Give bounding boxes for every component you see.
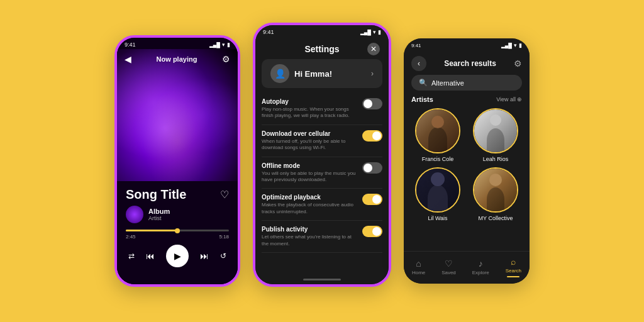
settings-list: Autoplay Play non-stop music. When your … [255, 93, 389, 274]
phone-search: 9:41 ▂▄█ ▾ ▮ ‹ Search results ⚙ 🔍 Altern… [404, 38, 530, 284]
artists-section: Artists View all ⊕ Fra [404, 96, 530, 251]
setting-cellular: Download over cellular When turned off, … [262, 125, 382, 157]
setting-name-autoplay: Autoplay [262, 98, 357, 105]
back-icon[interactable]: ◀ [125, 54, 131, 64]
artist-avatar-3 [415, 167, 460, 213]
search-bar[interactable]: 🔍 Alternative [411, 75, 522, 91]
nav-search[interactable]: ⌕ Search [506, 257, 521, 277]
signal-icon: ▂▄█ [209, 42, 220, 48]
play-icon: ▶ [174, 251, 181, 261]
status-bar-1: 9:41 ▂▄█ ▾ ▮ [117, 38, 238, 49]
song-title: Song Title [126, 187, 186, 202]
status-time-1: 9:41 [125, 42, 136, 48]
status-bar-3: 9:41 ▂▄█ ▾ ▮ [404, 38, 530, 50]
search-results-title: Search results [426, 59, 514, 68]
player-content: Song Title ♡ Album Artist [117, 181, 238, 284]
toggle-offline[interactable] [362, 162, 382, 174]
prev-button[interactable]: ⏮ [146, 251, 155, 261]
nav-saved[interactable]: ♡ Saved [441, 258, 456, 275]
artist-card-4[interactable]: MY Collective [469, 167, 522, 221]
time-total: 5:18 [219, 234, 229, 240]
search-results-header: ‹ Search results ⚙ [404, 50, 530, 75]
album-info-row: Album Artist [126, 206, 229, 223]
wifi-icon-2: ▾ [373, 29, 376, 35]
album-avatar [126, 206, 143, 223]
setting-name-offline: Offline mode [262, 162, 357, 169]
settings-title: Settings [277, 44, 367, 54]
signal-icon-2: ▂▄█ [360, 30, 371, 35]
back-button[interactable]: ‹ [411, 56, 426, 71]
toggle-autoplay[interactable] [362, 98, 382, 109]
now-playing-header: ◀ Now playing ⚙ [117, 49, 238, 69]
toggle-cellular[interactable] [362, 130, 382, 142]
nav-saved-label: Saved [441, 270, 456, 275]
setting-name-cellular: Download over cellular [262, 130, 357, 137]
profile-name: Hi Emma! [294, 69, 371, 79]
progress-section[interactable]: 2:45 5:18 [126, 230, 229, 240]
setting-activity: Publish activity Let others see what you… [262, 221, 382, 253]
home-icon: ⌂ [416, 258, 421, 269]
play-button[interactable]: ▶ [166, 245, 189, 267]
battery-icon-3: ▮ [519, 42, 522, 48]
setting-desc-offline: You will only be able to play the music … [262, 170, 357, 184]
nav-explore-label: Explore [472, 270, 489, 275]
view-all-icon: ⊕ [517, 96, 522, 103]
nav-home-label: Home [412, 270, 425, 275]
setting-name-activity: Publish activity [262, 226, 357, 233]
explore-icon: ♪ [479, 258, 483, 269]
view-all-button[interactable]: View all ⊕ [496, 96, 522, 103]
toggle-playback[interactable] [362, 194, 382, 205]
nav-explore[interactable]: ♪ Explore [472, 258, 489, 275]
home-indicator [255, 274, 389, 284]
nav-search-label: Search [506, 268, 521, 274]
close-icon: ✕ [370, 45, 377, 53]
battery-icon-2: ▮ [378, 29, 381, 35]
artist-avatar-4 [473, 167, 518, 213]
phones-container: 9:41 ▂▄█ ▾ ▮ ◀ Now playing ⚙ [0, 0, 644, 322]
repeat-button[interactable]: ↺ [220, 252, 226, 260]
phone-settings: 9:41 ▂▄█ ▾ ▮ Settings ✕ 👤 Hi Emma! › [253, 23, 391, 287]
wifi-icon-3: ▾ [514, 42, 517, 48]
active-indicator [507, 276, 519, 277]
setting-desc-autoplay: Play non-stop music. When your songs fin… [262, 106, 357, 119]
saved-icon: ♡ [445, 258, 453, 269]
search-query: Alternative [431, 79, 464, 87]
artist-card-2[interactable]: Leah Rios [469, 108, 522, 162]
artist-name-1: Francis Cole [422, 156, 454, 162]
gear-icon[interactable]: ⚙ [514, 58, 522, 69]
search-icon: 🔍 [419, 79, 428, 87]
setting-desc-cellular: When turned off, you'll only be able to … [262, 138, 357, 152]
wifi-icon: ▾ [222, 42, 225, 48]
artist-name-4: MY Collective [479, 215, 513, 221]
phone-now-playing: 9:41 ▂▄█ ▾ ▮ ◀ Now playing ⚙ [114, 35, 240, 287]
playback-controls: ⇄ ⏮ ▶ ⏭ ↺ [126, 245, 229, 267]
nav-home[interactable]: ⌂ Home [412, 258, 425, 275]
setting-desc-activity: Let others see what you're listening to … [262, 234, 357, 247]
toggle-activity[interactable] [362, 226, 382, 237]
settings-icon[interactable]: ⚙ [222, 54, 230, 64]
heart-icon[interactable]: ♡ [220, 189, 229, 201]
now-playing-label: Now playing [131, 55, 222, 63]
status-bar-2: 9:41 ▂▄█ ▾ ▮ [255, 25, 389, 36]
next-button[interactable]: ⏭ [200, 251, 209, 261]
shuffle-button[interactable]: ⇄ [128, 252, 135, 260]
artist-card-3[interactable]: Lil Wais [411, 167, 464, 221]
setting-name-playback: Optimized playback [262, 194, 357, 201]
chevron-icon: › [371, 69, 374, 78]
artist-name: Artist [148, 215, 170, 221]
bottom-navigation: ⌂ Home ♡ Saved ♪ Explore ⌕ Search [404, 251, 530, 284]
profile-avatar: 👤 [270, 64, 289, 83]
artist-card-1[interactable]: Francis Cole [411, 108, 464, 162]
album-name: Album [148, 208, 170, 215]
signal-icon-3: ▂▄█ [501, 43, 512, 48]
status-time-3: 9:41 [411, 43, 421, 48]
profile-row[interactable]: 👤 Hi Emma! › [262, 59, 382, 88]
back-icon: ‹ [418, 59, 420, 68]
album-art: ◀ Now playing ⚙ [117, 49, 238, 181]
setting-desc-playback: Makes the playback of consecutive audio … [262, 202, 357, 215]
close-button[interactable]: ✕ [367, 43, 380, 55]
setting-offline: Offline mode You will only be able to pl… [262, 157, 382, 189]
time-current: 2:45 [126, 234, 136, 240]
setting-autoplay: Autoplay Play non-stop music. When your … [262, 93, 382, 125]
song-title-row: Song Title ♡ [126, 187, 229, 202]
